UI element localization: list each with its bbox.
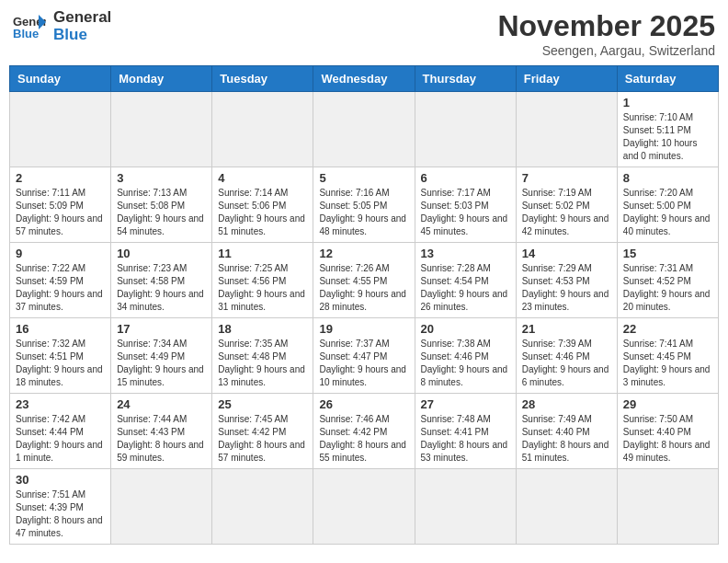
day-number: 1 xyxy=(623,96,712,109)
calendar-cell xyxy=(212,469,313,545)
calendar-cell xyxy=(10,92,111,167)
calendar-cell: 22Sunrise: 7:41 AM Sunset: 4:45 PM Dayli… xyxy=(617,318,718,394)
day-number: 23 xyxy=(16,397,105,411)
calendar-cell: 24Sunrise: 7:44 AM Sunset: 4:43 PM Dayli… xyxy=(111,394,212,469)
logo: General Blue General Blue xyxy=(13,9,111,43)
week-row-1: 2Sunrise: 7:11 AM Sunset: 5:09 PM Daylig… xyxy=(10,167,719,243)
week-row-4: 23Sunrise: 7:42 AM Sunset: 4:44 PM Dayli… xyxy=(10,394,719,469)
day-info: Sunrise: 7:28 AM Sunset: 4:54 PM Dayligh… xyxy=(421,262,510,314)
svg-text:Blue: Blue xyxy=(13,27,39,40)
day-info: Sunrise: 7:23 AM Sunset: 4:58 PM Dayligh… xyxy=(117,262,206,314)
calendar-cell xyxy=(313,469,415,545)
calendar-cell: 7Sunrise: 7:19 AM Sunset: 5:02 PM Daylig… xyxy=(516,167,617,243)
calendar-cell: 9Sunrise: 7:22 AM Sunset: 4:59 PM Daylig… xyxy=(10,243,111,318)
day-number: 17 xyxy=(117,322,206,336)
calendar-cell: 25Sunrise: 7:45 AM Sunset: 4:42 PM Dayli… xyxy=(212,394,313,469)
day-info: Sunrise: 7:26 AM Sunset: 4:55 PM Dayligh… xyxy=(319,262,408,314)
calendar-cell: 20Sunrise: 7:38 AM Sunset: 4:46 PM Dayli… xyxy=(415,318,516,394)
day-info: Sunrise: 7:14 AM Sunset: 5:06 PM Dayligh… xyxy=(218,187,307,238)
day-info: Sunrise: 7:17 AM Sunset: 5:03 PM Dayligh… xyxy=(421,187,510,238)
calendar-cell: 5Sunrise: 7:16 AM Sunset: 5:05 PM Daylig… xyxy=(313,167,415,243)
day-info: Sunrise: 7:22 AM Sunset: 4:59 PM Dayligh… xyxy=(16,262,105,314)
day-info: Sunrise: 7:46 AM Sunset: 4:42 PM Dayligh… xyxy=(319,413,408,465)
calendar-cell: 15Sunrise: 7:31 AM Sunset: 4:52 PM Dayli… xyxy=(617,243,718,318)
month-title: November 2025 xyxy=(497,9,715,43)
day-info: Sunrise: 7:41 AM Sunset: 4:45 PM Dayligh… xyxy=(623,338,712,389)
calendar-table: SundayMondayTuesdayWednesdayThursdayFrid… xyxy=(9,65,719,545)
calendar-cell xyxy=(516,92,617,167)
calendar-cell: 28Sunrise: 7:49 AM Sunset: 4:40 PM Dayli… xyxy=(516,394,617,469)
day-number: 4 xyxy=(218,171,307,185)
day-header-friday: Friday xyxy=(516,66,617,92)
calendar-cell: 21Sunrise: 7:39 AM Sunset: 4:46 PM Dayli… xyxy=(516,318,617,394)
day-info: Sunrise: 7:35 AM Sunset: 4:48 PM Dayligh… xyxy=(218,338,307,389)
day-info: Sunrise: 7:49 AM Sunset: 4:40 PM Dayligh… xyxy=(522,413,611,465)
calendar-cell xyxy=(212,92,313,167)
day-info: Sunrise: 7:51 AM Sunset: 4:39 PM Dayligh… xyxy=(16,488,105,540)
calendar-cell: 14Sunrise: 7:29 AM Sunset: 4:53 PM Dayli… xyxy=(516,243,617,318)
day-header-monday: Monday xyxy=(111,66,212,92)
title-area: November 2025 Seengen, Aargau, Switzerla… xyxy=(497,9,715,58)
day-header-tuesday: Tuesday xyxy=(212,66,313,92)
calendar-cell xyxy=(516,469,617,545)
calendar-cell: 30Sunrise: 7:51 AM Sunset: 4:39 PM Dayli… xyxy=(10,469,111,545)
calendar-cell: 26Sunrise: 7:46 AM Sunset: 4:42 PM Dayli… xyxy=(313,394,415,469)
day-info: Sunrise: 7:16 AM Sunset: 5:05 PM Dayligh… xyxy=(319,187,408,238)
day-info: Sunrise: 7:44 AM Sunset: 4:43 PM Dayligh… xyxy=(117,413,206,465)
day-header-sunday: Sunday xyxy=(10,66,111,92)
calendar-cell: 23Sunrise: 7:42 AM Sunset: 4:44 PM Dayli… xyxy=(10,394,111,469)
calendar-cell: 2Sunrise: 7:11 AM Sunset: 5:09 PM Daylig… xyxy=(10,167,111,243)
day-info: Sunrise: 7:48 AM Sunset: 4:41 PM Dayligh… xyxy=(421,413,510,465)
day-header-saturday: Saturday xyxy=(617,66,718,92)
day-number: 22 xyxy=(623,322,712,336)
day-info: Sunrise: 7:45 AM Sunset: 4:42 PM Dayligh… xyxy=(218,413,307,465)
day-info: Sunrise: 7:31 AM Sunset: 4:52 PM Dayligh… xyxy=(623,262,712,314)
day-number: 16 xyxy=(16,322,105,336)
day-info: Sunrise: 7:32 AM Sunset: 4:51 PM Dayligh… xyxy=(16,338,105,389)
day-number: 24 xyxy=(117,397,206,411)
week-row-0: 1Sunrise: 7:10 AM Sunset: 5:11 PM Daylig… xyxy=(10,92,719,167)
week-row-3: 16Sunrise: 7:32 AM Sunset: 4:51 PM Dayli… xyxy=(10,318,719,394)
day-info: Sunrise: 7:39 AM Sunset: 4:46 PM Dayligh… xyxy=(522,338,611,389)
day-info: Sunrise: 7:10 AM Sunset: 5:11 PM Dayligh… xyxy=(623,111,712,163)
day-number: 27 xyxy=(421,397,510,411)
days-header-row: SundayMondayTuesdayWednesdayThursdayFrid… xyxy=(10,66,719,92)
calendar-cell: 18Sunrise: 7:35 AM Sunset: 4:48 PM Dayli… xyxy=(212,318,313,394)
day-number: 7 xyxy=(522,171,611,185)
calendar-cell xyxy=(415,469,516,545)
calendar-cell: 17Sunrise: 7:34 AM Sunset: 4:49 PM Dayli… xyxy=(111,318,212,394)
logo-general: General xyxy=(53,9,111,27)
day-number: 12 xyxy=(319,247,408,260)
calendar-cell xyxy=(111,469,212,545)
header: General Blue General Blue November 2025 … xyxy=(9,9,719,58)
calendar-cell: 16Sunrise: 7:32 AM Sunset: 4:51 PM Dayli… xyxy=(10,318,111,394)
day-number: 25 xyxy=(218,397,307,411)
day-header-thursday: Thursday xyxy=(415,66,516,92)
day-info: Sunrise: 7:13 AM Sunset: 5:08 PM Dayligh… xyxy=(117,187,206,238)
day-number: 6 xyxy=(421,171,510,185)
day-number: 8 xyxy=(623,171,712,185)
day-number: 3 xyxy=(117,171,206,185)
day-number: 30 xyxy=(16,473,105,487)
day-number: 11 xyxy=(218,247,307,260)
day-number: 13 xyxy=(421,247,510,260)
day-info: Sunrise: 7:38 AM Sunset: 4:46 PM Dayligh… xyxy=(421,338,510,389)
calendar-cell: 10Sunrise: 7:23 AM Sunset: 4:58 PM Dayli… xyxy=(111,243,212,318)
day-info: Sunrise: 7:19 AM Sunset: 5:02 PM Dayligh… xyxy=(522,187,611,238)
calendar-cell: 13Sunrise: 7:28 AM Sunset: 4:54 PM Dayli… xyxy=(415,243,516,318)
calendar-cell: 4Sunrise: 7:14 AM Sunset: 5:06 PM Daylig… xyxy=(212,167,313,243)
calendar-cell: 27Sunrise: 7:48 AM Sunset: 4:41 PM Dayli… xyxy=(415,394,516,469)
day-info: Sunrise: 7:42 AM Sunset: 4:44 PM Dayligh… xyxy=(16,413,105,465)
day-header-wednesday: Wednesday xyxy=(313,66,415,92)
logo-blue: Blue xyxy=(53,27,111,44)
calendar-cell: 29Sunrise: 7:50 AM Sunset: 4:40 PM Dayli… xyxy=(617,394,718,469)
day-number: 5 xyxy=(319,171,408,185)
day-info: Sunrise: 7:50 AM Sunset: 4:40 PM Dayligh… xyxy=(623,413,712,465)
day-number: 29 xyxy=(623,397,712,411)
calendar-cell: 11Sunrise: 7:25 AM Sunset: 4:56 PM Dayli… xyxy=(212,243,313,318)
calendar-cell: 12Sunrise: 7:26 AM Sunset: 4:55 PM Dayli… xyxy=(313,243,415,318)
day-number: 2 xyxy=(16,171,105,185)
logo-icon: General Blue xyxy=(13,13,46,40)
location-title: Seengen, Aargau, Switzerland xyxy=(497,43,715,58)
calendar-cell: 3Sunrise: 7:13 AM Sunset: 5:08 PM Daylig… xyxy=(111,167,212,243)
